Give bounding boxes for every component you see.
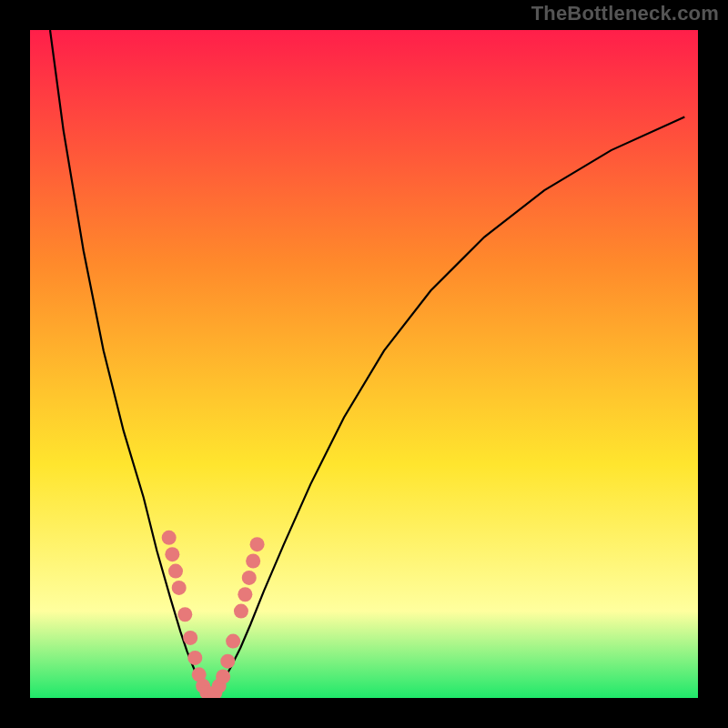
data-marker	[165, 547, 179, 561]
bottleneck-chart	[30, 30, 698, 698]
data-marker	[220, 654, 235, 669]
chart-frame: TheBottleneck.com	[0, 0, 728, 728]
data-marker	[168, 564, 183, 579]
data-marker	[177, 607, 192, 622]
plot-background	[30, 30, 698, 698]
data-marker	[242, 571, 257, 585]
data-marker	[183, 631, 197, 645]
data-marker	[250, 537, 265, 551]
data-marker	[238, 587, 252, 602]
data-marker	[187, 651, 202, 665]
watermark-text: TheBottleneck.com	[531, 2, 719, 25]
data-marker	[172, 581, 187, 595]
data-marker	[246, 554, 260, 569]
data-marker	[234, 604, 248, 619]
data-marker	[162, 531, 177, 545]
data-marker	[216, 670, 230, 684]
data-marker	[226, 634, 240, 649]
